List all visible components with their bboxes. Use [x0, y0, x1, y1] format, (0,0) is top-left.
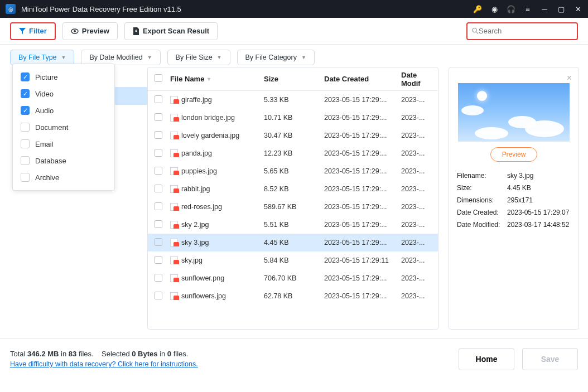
file-modified: 2023-...	[401, 274, 431, 282]
file-size: 706.70 KB	[264, 274, 324, 282]
checkbox-icon[interactable]	[21, 123, 30, 132]
row-checkbox[interactable]	[155, 131, 162, 139]
row-checkbox[interactable]	[155, 238, 162, 246]
filter-chip-by-file-size[interactable]: By File Size▼	[167, 50, 230, 65]
menu-icon[interactable]: ≡	[523, 4, 532, 13]
filetype-option-picture[interactable]: ✓Picture	[13, 69, 114, 85]
filter-chip-by-file-category[interactable]: By File Category▼	[237, 50, 315, 65]
file-created: 2023-05-15 17:29:...	[324, 274, 401, 282]
close-preview-icon[interactable]: ×	[567, 73, 572, 83]
row-checkbox[interactable]	[155, 167, 162, 175]
row-checkbox[interactable]	[155, 95, 162, 103]
row-checkbox[interactable]	[155, 185, 162, 192]
file-size: 589.67 KB	[264, 203, 324, 211]
table-row[interactable]: sunflower.png706.70 KB2023-05-15 17:29:.…	[148, 269, 438, 287]
file-size: 10.71 KB	[264, 114, 324, 122]
filter-chip-by-file-type[interactable]: By File Type▼	[10, 50, 74, 65]
file-created: 2023-05-15 17:29:...	[324, 114, 401, 122]
file-created: 2023-05-15 17:29:...	[324, 149, 401, 157]
checkbox-icon[interactable]	[21, 139, 30, 148]
meta-value-filename: sky 3.jpg	[507, 172, 533, 180]
checkbox-icon[interactable]	[21, 156, 30, 165]
checkbox-icon[interactable]: ✓	[21, 89, 30, 98]
export-button[interactable]: Export Scan Result	[124, 22, 218, 40]
filter-button[interactable]: Filter	[10, 22, 56, 40]
search-box[interactable]	[466, 22, 578, 40]
preview-open-button[interactable]: Preview	[490, 147, 538, 162]
meta-label-filename: Filename:	[457, 172, 507, 180]
file-name: sky.jpg	[181, 257, 203, 264]
app-title: MiniTool Power Data Recovery Free Editio…	[21, 5, 473, 13]
file-created: 2023-05-15 17:29:11	[324, 257, 401, 264]
filetype-option-audio[interactable]: ✓Audio	[13, 102, 114, 119]
file-created: 2023-05-15 17:29:...	[324, 221, 401, 229]
file-modified: 2023-...	[401, 114, 431, 122]
file-name: lovely gardenia.jpg	[181, 132, 239, 139]
row-checkbox[interactable]	[155, 256, 162, 264]
file-modified: 2023-...	[401, 185, 431, 193]
col-created[interactable]: Date Created	[324, 75, 369, 83]
table-row[interactable]: rabbit.jpg8.52 KB2023-05-15 17:29:...202…	[148, 180, 438, 198]
sort-caret-icon[interactable]: ▾	[208, 76, 210, 82]
filetype-option-database[interactable]: Database	[13, 152, 114, 169]
titlebar: ◎ MiniTool Power Data Recovery Free Edit…	[0, 0, 588, 18]
table-row[interactable]: giraffe.jpg5.33 KB2023-05-15 17:29:...20…	[148, 91, 438, 109]
file-size: 5.51 KB	[264, 221, 324, 229]
image-file-icon	[170, 96, 178, 104]
save-button[interactable]: Save	[522, 348, 578, 370]
filetype-option-document[interactable]: Document	[13, 119, 114, 135]
disc-icon[interactable]: ◉	[490, 4, 499, 13]
search-input[interactable]	[479, 27, 572, 35]
row-checkbox[interactable]	[155, 220, 162, 228]
select-all-checkbox[interactable]	[155, 74, 162, 82]
chevron-down-icon: ▼	[61, 55, 66, 60]
col-modified[interactable]: Date Modif	[401, 71, 421, 88]
row-checkbox[interactable]	[155, 292, 162, 299]
chevron-down-icon: ▼	[147, 55, 152, 60]
row-checkbox[interactable]	[155, 149, 162, 157]
export-icon	[133, 27, 139, 35]
table-row[interactable]: panda.jpg12.23 KB2023-05-15 17:29:...202…	[148, 144, 438, 162]
file-name: sunflowers.jpg	[181, 292, 226, 300]
table-row[interactable]: red-roses.jpg589.67 KB2023-05-15 17:29:.…	[148, 198, 438, 216]
minimize-icon[interactable]: ─	[540, 4, 549, 13]
filter-chip-by-date-modified[interactable]: By Date Modified▼	[81, 50, 160, 65]
maximize-icon[interactable]: ▢	[557, 4, 566, 13]
image-file-icon	[170, 149, 178, 157]
col-size[interactable]: Size	[264, 75, 278, 83]
file-size: 8.52 KB	[264, 185, 324, 193]
help-link[interactable]: Have difficulty with data recovery? Clic…	[10, 360, 198, 368]
preview-button[interactable]: Preview	[62, 22, 118, 40]
close-icon[interactable]: ✕	[573, 4, 582, 13]
filetype-option-email[interactable]: Email	[13, 135, 114, 152]
file-name: giraffe.jpg	[181, 96, 212, 104]
checkbox-icon[interactable]: ✓	[21, 106, 30, 115]
table-row[interactable]: puppies.jpg5.65 KB2023-05-15 17:29:...20…	[148, 162, 438, 180]
headphones-icon[interactable]: 🎧	[507, 4, 515, 13]
file-created: 2023-05-15 17:29:...	[324, 292, 401, 300]
row-checkbox[interactable]	[155, 274, 162, 282]
table-row[interactable]: london bridge.jpg10.71 KB2023-05-15 17:2…	[148, 109, 438, 127]
file-table: File Name▾ Size Date Created Date Modif …	[147, 67, 438, 330]
key-icon[interactable]: 🔑	[473, 4, 482, 13]
file-type-dropdown[interactable]: ✓Picture✓Video✓AudioDocumentEmailDatabas…	[12, 64, 115, 191]
file-modified: 2023-...	[401, 167, 431, 175]
table-row[interactable]: sunflowers.jpg62.78 KB2023-05-15 17:29:.…	[148, 287, 438, 305]
search-icon	[472, 27, 479, 35]
table-row[interactable]: sky 3.jpg4.45 KB2023-05-15 17:29:...2023…	[148, 234, 438, 251]
col-filename[interactable]: File Name	[170, 75, 204, 83]
checkbox-icon[interactable]: ✓	[21, 72, 30, 81]
footer: Total 346.2 MB in 83 files. Selected 0 B…	[0, 338, 588, 379]
filetype-option-video[interactable]: ✓Video	[13, 85, 114, 102]
table-row[interactable]: sky 2.jpg5.51 KB2023-05-15 17:29:...2023…	[148, 216, 438, 234]
table-row[interactable]: lovely gardenia.jpg30.47 KB2023-05-15 17…	[148, 127, 438, 144]
row-checkbox[interactable]	[155, 202, 162, 210]
home-button[interactable]: Home	[459, 348, 514, 370]
toolbar: Filter Preview Export Scan Result	[0, 18, 588, 45]
file-size: 62.78 KB	[264, 292, 324, 300]
row-checkbox[interactable]	[155, 113, 162, 121]
table-row[interactable]: sky.jpg5.84 KB2023-05-15 17:29:112023-..…	[148, 251, 438, 269]
image-file-icon	[170, 185, 178, 193]
checkbox-icon[interactable]	[21, 173, 30, 182]
filetype-option-archive[interactable]: Archive	[13, 169, 114, 186]
